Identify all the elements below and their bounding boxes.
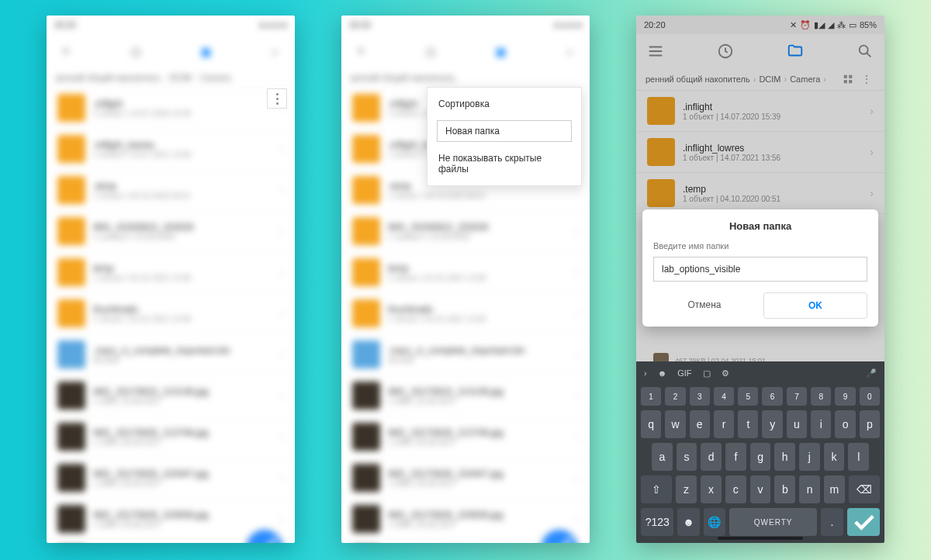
chevron-right-icon: › — [280, 472, 284, 484]
nav-bar-handle[interactable] — [718, 537, 803, 540]
key-emoji[interactable]: ☻ — [677, 508, 699, 536]
list-item[interactable]: thumbnails 1 объект | 01.01.2021 12:00 › — [47, 293, 295, 334]
chevron-right-icon: › — [280, 225, 284, 237]
key-z[interactable]: z — [676, 475, 697, 503]
key-9[interactable]: 9 — [835, 387, 855, 406]
key-6[interactable]: 6 — [762, 387, 782, 406]
folder-icon — [57, 135, 85, 163]
ok-button[interactable]: OK — [763, 292, 867, 319]
folder-tab-icon[interactable]: ▣ — [492, 43, 509, 60]
list-item[interactable]: .temp 1 объект | 04.10.2020 00:51 › — [47, 170, 295, 211]
key-k[interactable]: k — [824, 443, 845, 471]
list-item[interactable]: temp 1 объект | 01.01.2021 12:00 › — [341, 252, 590, 293]
list-item[interactable]: .mars_ci_complete_important.bin 48.5KB › — [341, 334, 590, 375]
key-enter[interactable] — [847, 508, 880, 536]
more-options-button[interactable] — [267, 88, 287, 109]
keyboard-sticker-icon[interactable]: ☻ — [658, 368, 667, 378]
key-n[interactable]: n — [799, 475, 820, 503]
key-p[interactable]: p — [860, 410, 880, 438]
zip-icon — [57, 340, 85, 368]
file-name: temp — [93, 263, 272, 274]
key-j[interactable]: j — [799, 443, 820, 471]
key-shift[interactable]: ⇧ — [641, 475, 672, 503]
folder-tab-icon[interactable]: ▣ — [197, 43, 214, 60]
recent-icon[interactable]: ◷ — [127, 43, 144, 60]
key-f[interactable]: f — [725, 443, 746, 471]
folder-icon — [57, 258, 85, 286]
key-0[interactable]: 0 — [860, 387, 880, 406]
list-item[interactable]: IMG_20170815_213138.jpg 1.2MB | 15.08.20… — [341, 375, 590, 417]
list-item[interactable]: IMG_20200823_153026 1 элемент | 23.08.20… — [47, 211, 295, 252]
menu-item-sort[interactable]: Сортировка — [427, 91, 581, 117]
list-item[interactable]: .inflight_lowres 1 объект | 14.07.2021 1… — [47, 129, 295, 170]
key-u[interactable]: u — [787, 410, 807, 438]
list-item[interactable]: IMG_20170826_220447.jpg 1.3MB | 26.08.20… — [341, 458, 590, 499]
key-q[interactable]: q — [641, 410, 661, 438]
list-item[interactable]: IMG_20170826_220447.jpg 1.3MB | 26.08.20… — [47, 458, 295, 499]
key-v[interactable]: v — [750, 475, 771, 503]
key-l[interactable]: l — [848, 443, 869, 471]
key-7[interactable]: 7 — [787, 387, 807, 406]
chevron-right-icon: › — [575, 225, 579, 237]
key-i[interactable]: i — [811, 410, 831, 438]
key-8[interactable]: 8 — [811, 387, 831, 406]
keyboard-clipboard-icon[interactable]: ▢ — [703, 368, 711, 379]
menu-icon[interactable]: ≡ — [352, 43, 369, 60]
menu-icon[interactable]: ≡ — [57, 43, 74, 60]
soft-keyboard[interactable]: › ☻ GIF ▢ ⚙ 🎤 1234567890 qwertyuiop asdf… — [636, 361, 884, 543]
key-y[interactable]: y — [762, 410, 782, 438]
recent-icon[interactable]: ◷ — [422, 43, 439, 60]
status-bar: 20:20 ● ● ● ● — [47, 16, 295, 34]
search-icon[interactable]: ⌕ — [562, 43, 579, 60]
keyboard-gif-button[interactable]: GIF — [677, 368, 691, 378]
search-icon[interactable]: ⌕ — [267, 43, 284, 60]
key-h[interactable]: h — [774, 443, 795, 471]
chevron-right-icon: › — [280, 266, 284, 278]
key-backspace[interactable]: ⌫ — [849, 475, 880, 503]
cancel-button[interactable]: Отмена — [653, 292, 756, 319]
key-space[interactable]: QWERTY — [729, 508, 817, 536]
keyboard-settings-icon[interactable]: ⚙ — [722, 368, 729, 379]
list-item[interactable]: IMG_20170815_213138.jpg 1.2MB | 15.08.20… — [47, 375, 295, 417]
key-period[interactable]: . — [821, 508, 843, 536]
key-r[interactable]: r — [714, 410, 734, 438]
key-symbols[interactable]: ?123 — [641, 508, 673, 536]
key-g[interactable]: g — [750, 443, 771, 471]
key-d[interactable]: d — [701, 443, 722, 471]
list-item[interactable]: IMG_20200823_153026 1 элемент | 23.08.20… — [341, 211, 590, 252]
menu-item-hide-hidden[interactable]: Не показывать скрытые файлы — [427, 145, 581, 182]
file-meta: 1 объект | 14.07.2021 13:56 — [93, 150, 272, 159]
key-4[interactable]: 4 — [714, 387, 734, 406]
fab-button[interactable] — [542, 530, 577, 543]
key-language[interactable]: 🌐 — [704, 508, 725, 536]
key-2[interactable]: 2 — [665, 387, 685, 406]
key-3[interactable]: 3 — [690, 387, 710, 406]
key-c[interactable]: c — [725, 475, 746, 503]
keyboard-expand-icon[interactable]: › — [644, 368, 647, 378]
list-item[interactable]: .mars_ci_complete_important.bin 48.5KB › — [47, 334, 295, 375]
key-x[interactable]: x — [701, 475, 722, 503]
key-e[interactable]: e — [690, 410, 710, 438]
folder-name-input[interactable] — [653, 257, 867, 282]
fab-button[interactable] — [247, 530, 282, 543]
key-m[interactable]: m — [824, 475, 845, 503]
list-item[interactable]: IMG_20170826_213748.jpg 1.1MB | 26.08.20… — [47, 417, 295, 458]
key-s[interactable]: s — [677, 443, 697, 471]
keyboard-mic-icon[interactable]: 🎤 — [866, 368, 877, 379]
img-icon — [352, 382, 380, 410]
file-meta: 1.1MB | 26.08.2017 — [93, 438, 272, 447]
key-a[interactable]: a — [652, 443, 673, 471]
list-item[interactable]: temp 1 объект | 01.01.2021 12:00 › — [47, 252, 295, 293]
list-item[interactable]: thumbnails 1 объект | 01.01.2021 12:00 › — [341, 293, 590, 334]
key-b[interactable]: b — [774, 475, 795, 503]
key-5[interactable]: 5 — [738, 387, 758, 406]
key-t[interactable]: t — [738, 410, 758, 438]
zip-icon — [352, 340, 380, 368]
list-item[interactable]: .inflight 1 объект | 14.07.2020 15:39 › — [47, 88, 295, 129]
key-o[interactable]: o — [835, 410, 855, 438]
key-1[interactable]: 1 — [641, 387, 661, 406]
key-w[interactable]: w — [665, 410, 685, 438]
list-item[interactable]: IMG_20170826_213748.jpg 1.1MB | 26.08.20… — [341, 417, 590, 458]
menu-item-new-folder[interactable]: Новая папка — [437, 120, 572, 142]
file-list[interactable]: .inflight 1 объект | 14.07.2020 15:39 › … — [47, 88, 295, 543]
